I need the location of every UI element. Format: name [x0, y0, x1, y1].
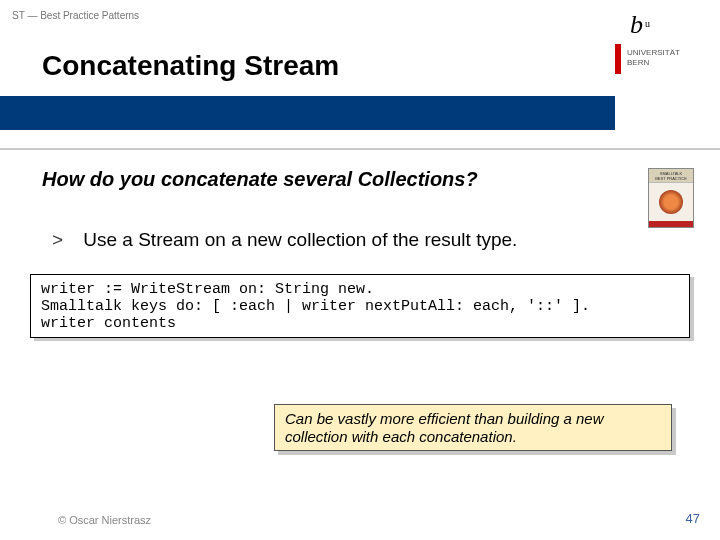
logo-line1: UNIVERSITÄT	[627, 48, 680, 58]
book-circle-icon	[659, 190, 683, 214]
logo-letter-b: b	[630, 10, 643, 39]
page-title: Concatenating Stream	[42, 50, 339, 82]
footer-copyright: © Oscar Nierstrasz	[58, 514, 151, 526]
slide: ST — Best Practice Patterns Concatenatin…	[0, 0, 720, 540]
logo-red-bar	[615, 44, 621, 74]
book-thumbnail: SMALLTALK BEST PRACTICE	[648, 168, 694, 228]
logo-line2: BERN	[627, 58, 680, 68]
university-logo: bu UNIVERSITÄT BERN	[615, 0, 720, 108]
logo-text: UNIVERSITÄT BERN	[627, 48, 680, 68]
question-heading: How do you concatenate several Collectio…	[42, 168, 478, 191]
divider-line	[0, 148, 720, 150]
code-line-3: writer contents	[41, 315, 176, 332]
book-cover-art	[649, 183, 693, 221]
logo-letter-u: u	[645, 18, 650, 29]
title-underline-bar	[0, 96, 615, 130]
book-title: SMALLTALK BEST PRACTICE	[649, 169, 693, 181]
logo-mark: bu	[630, 10, 650, 40]
bullet-item: > Use a Stream on a new collection of th…	[52, 229, 517, 251]
code-block: writer := WriteStream on: String new. Sm…	[30, 274, 690, 338]
footer-page-number: 47	[686, 511, 700, 526]
bullet-text: Use a Stream on a new collection of the …	[83, 229, 517, 251]
note-callout: Can be vastly more efficient than buildi…	[274, 404, 672, 451]
code-line-2: Smalltalk keys do: [ :each | writer next…	[41, 298, 590, 315]
bullet-marker: >	[52, 229, 66, 251]
book-footer-bar	[649, 221, 693, 227]
header-breadcrumb: ST — Best Practice Patterns	[12, 10, 139, 21]
book-header: SMALLTALK BEST PRACTICE	[649, 169, 693, 183]
code-line-1: writer := WriteStream on: String new.	[41, 281, 374, 298]
